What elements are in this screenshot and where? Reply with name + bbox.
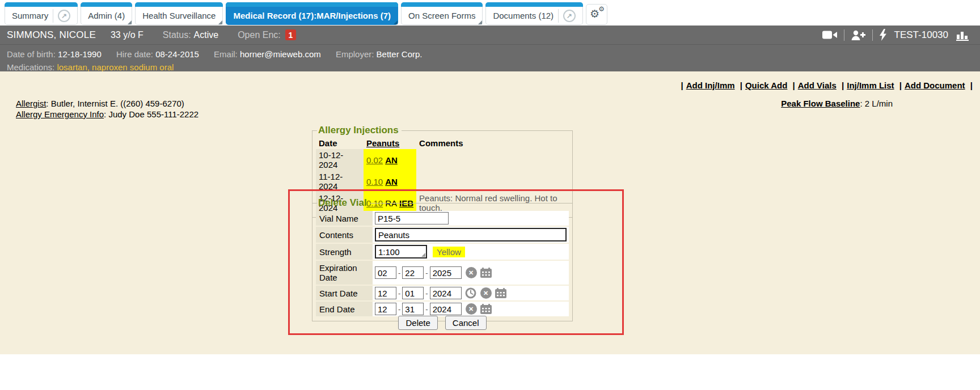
- date-separator: -: [425, 289, 428, 298]
- allergist-value: : Butler, Internist E. ((260) 459-6270): [46, 99, 184, 108]
- email-label: Email:: [214, 49, 238, 59]
- contents-input[interactable]: [375, 228, 567, 241]
- separator: |: [740, 80, 742, 90]
- demographics-line-1: Date of birth: 12-18-1990 Hire date: 08-…: [7, 48, 980, 61]
- clear-date-icon[interactable]: ✕: [466, 303, 477, 315]
- dob-label: Date of birth:: [7, 49, 56, 59]
- patient-bar: SIMMONS, NICOLE 33 y/o F Status: Active …: [0, 26, 980, 44]
- end-year-input[interactable]: [430, 303, 462, 315]
- medication-link-naproxen[interactable]: naproxen sodium oral: [92, 62, 174, 72]
- start-date-row: Start Date - - ✕: [316, 286, 569, 300]
- col-header-date: Date: [316, 137, 364, 149]
- end-month-input[interactable]: [375, 303, 396, 315]
- tab-menu-corner-icon: [394, 20, 398, 24]
- strength-row: Strength Yellow: [316, 244, 569, 260]
- tab-strip: [226, 2, 398, 7]
- strength-input[interactable]: [375, 245, 427, 258]
- tab-divider: [558, 9, 559, 23]
- tab-health-surveillance[interactable]: Health Surveillance: [135, 2, 223, 25]
- divider: [872, 29, 873, 41]
- col-header-peanuts[interactable]: Peanuts: [364, 137, 416, 149]
- add-inj-imm-link[interactable]: Add Inj/Imm: [686, 80, 735, 90]
- expiration-year-input[interactable]: [430, 266, 462, 279]
- tab-medical-record[interactable]: Medical Record (17):MAR/Injections (7): [226, 2, 398, 25]
- tab-admin-label: Admin (4): [88, 11, 125, 20]
- separator: |: [970, 80, 973, 90]
- delete-button[interactable]: Delete: [398, 316, 437, 330]
- resize-handle-icon[interactable]: [421, 253, 425, 257]
- peak-flow-baseline-link[interactable]: Peak Flow Baseline: [781, 99, 860, 108]
- open-enc-badge[interactable]: 1: [285, 29, 296, 40]
- add-document-link[interactable]: Add Document: [905, 80, 965, 90]
- quick-add-link[interactable]: Quick Add: [745, 80, 787, 90]
- vial-name-label: Vial Name: [316, 211, 373, 226]
- expiration-date-row: Expiration Date - - ✕: [316, 261, 569, 285]
- lightning-bolt-icon[interactable]: [880, 29, 886, 41]
- video-camera-icon[interactable]: [822, 30, 837, 40]
- strength-label: Strength: [316, 244, 373, 260]
- separator: |: [842, 80, 844, 90]
- action-links-row: |Add Inj/Imm |Quick Add |Add Vials |Inj/…: [678, 80, 975, 90]
- tab-on-screen-forms[interactable]: On Screen Forms: [401, 2, 483, 25]
- start-month-input[interactable]: [375, 287, 396, 299]
- peanuts-column-link[interactable]: Peanuts: [366, 138, 399, 148]
- screen: Summary ↗ Admin (4) Health Surveillance …: [0, 0, 980, 390]
- strength-color-badge: Yellow: [433, 247, 465, 257]
- form-buttons: Delete Cancel: [312, 316, 573, 330]
- tab-documents[interactable]: Documents (12) ↗: [485, 2, 583, 25]
- start-day-input[interactable]: [402, 287, 424, 299]
- tab-summary[interactable]: Summary ↗: [5, 2, 78, 25]
- start-year-input[interactable]: [430, 287, 462, 299]
- tab-menu-corner-icon: [218, 20, 222, 24]
- popout-icon[interactable]: ↗: [58, 10, 70, 22]
- separator: |: [681, 80, 683, 90]
- allergy-emergency-info-link[interactable]: Allergy Emergency Info: [16, 109, 104, 119]
- inj-imm-list-link[interactable]: Inj/Imm List: [847, 80, 894, 90]
- patient-age-sex: 33 y/o F: [111, 30, 143, 40]
- patient-name: SIMMONS, NICOLE: [7, 29, 96, 41]
- table-row: 11-12-2024 0.10AN: [316, 171, 569, 192]
- cancel-button[interactable]: Cancel: [445, 316, 487, 330]
- chart-icon[interactable]: [956, 29, 971, 41]
- tab-summary-label: Summary: [12, 11, 48, 20]
- main-content: |Add Inj/Imm |Quick Add |Add Vials |Inj/…: [0, 71, 980, 354]
- station-id: TEST-10030: [894, 29, 948, 41]
- medication-link-losartan[interactable]: losartan: [57, 62, 87, 72]
- date-separator: -: [425, 269, 428, 277]
- clock-icon[interactable]: [465, 287, 476, 299]
- tab-divider: [53, 9, 53, 23]
- dose-link[interactable]: 0.02: [366, 155, 383, 165]
- popout-icon[interactable]: ↗: [563, 10, 576, 22]
- reaction-code-link[interactable]: AN: [385, 177, 398, 186]
- injections-header-row: Date Peanuts Comments: [316, 137, 569, 149]
- vial-name-input[interactable]: [375, 212, 449, 224]
- tab-strip: [485, 2, 583, 7]
- clear-date-icon[interactable]: ✕: [466, 267, 477, 278]
- delete-vial-panel: Delete Vial Vial Name Contents Strength …: [312, 197, 573, 321]
- settings-gear-button[interactable]: ⚙ ⚙: [586, 4, 607, 25]
- peak-flow-baseline-value: : 2 L/min: [860, 99, 893, 108]
- calendar-icon[interactable]: [495, 288, 506, 298]
- injection-comment: [416, 149, 569, 171]
- contents-row: Contents: [316, 227, 569, 243]
- expiration-day-input[interactable]: [402, 266, 424, 279]
- add-vials-link[interactable]: Add Vials: [798, 80, 837, 90]
- clear-date-icon[interactable]: ✕: [480, 287, 492, 299]
- end-date-row: End Date - - ✕: [316, 302, 569, 316]
- start-date-label: Start Date: [316, 286, 373, 300]
- add-person-icon[interactable]: [851, 30, 865, 40]
- employer-label: Employer:: [336, 49, 374, 59]
- expiration-month-input[interactable]: [375, 266, 396, 279]
- reaction-code-link[interactable]: AN: [385, 155, 398, 165]
- tab-admin[interactable]: Admin (4): [81, 2, 132, 25]
- allergist-line: Allergist: Butler, Internist E. ((260) 4…: [16, 98, 198, 109]
- date-separator: -: [425, 305, 428, 313]
- hire-date-label: Hire date:: [116, 49, 153, 59]
- calendar-icon[interactable]: [480, 304, 492, 314]
- dose-link[interactable]: 0.10: [366, 177, 383, 186]
- vial-name-row: Vial Name: [316, 211, 569, 226]
- calendar-icon[interactable]: [480, 268, 492, 278]
- end-day-input[interactable]: [402, 303, 424, 315]
- dob-value: 12-18-1990: [58, 49, 102, 59]
- allergist-link[interactable]: Allergist: [16, 99, 46, 108]
